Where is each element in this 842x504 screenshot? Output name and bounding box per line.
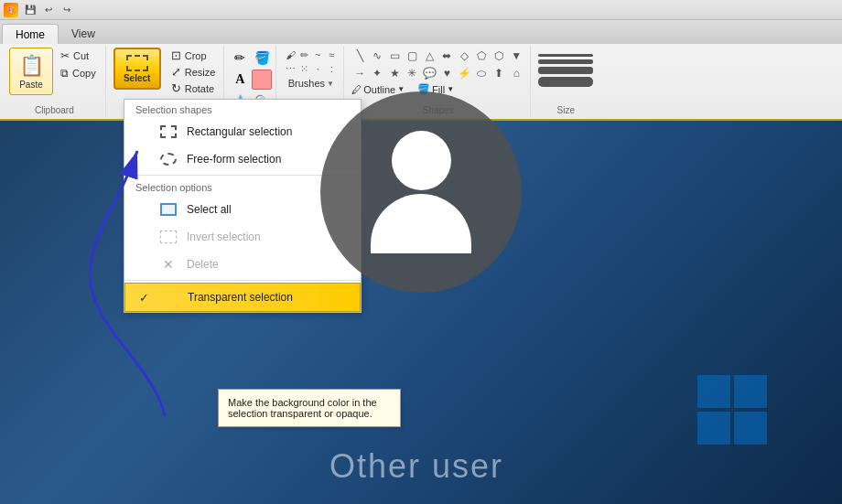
quick-access-toolbar: 💾 ↩ ↪ xyxy=(22,2,75,18)
transparent-selection-label: Transparent selection xyxy=(188,291,293,304)
shape-extra[interactable]: ⌂ xyxy=(508,65,524,81)
resize-label: Resize xyxy=(185,67,216,78)
brush-1: 🖌 xyxy=(284,48,297,61)
size-label: Size xyxy=(533,105,599,115)
fill-tool[interactable]: 🪣 xyxy=(252,48,272,68)
paste-button[interactable]: 📋 Paste xyxy=(9,48,53,95)
cut-button[interactable]: ✂ Cut xyxy=(57,48,100,64)
size-4[interactable] xyxy=(538,77,593,87)
clipboard-group: 📋 Paste ✂ Cut ⧉ Copy xyxy=(4,46,106,117)
shape-arrow-up[interactable]: ⬆ xyxy=(491,65,507,81)
title-bar: 🎨 💾 ↩ ↪ xyxy=(0,0,842,20)
user-silhouette xyxy=(371,131,471,253)
transparent-selection-check: ✓ xyxy=(136,291,151,305)
shape-round-rect[interactable]: ▢ xyxy=(404,48,420,64)
brush-6: ⁙ xyxy=(297,62,310,75)
rectangular-selection-icon xyxy=(159,123,178,141)
freeform-selection-icon xyxy=(159,150,178,168)
resize-icon: ⤢ xyxy=(171,65,181,79)
paint-logo-icon: 🎨 xyxy=(4,3,18,17)
pencil-tool[interactable]: ✏ xyxy=(230,48,250,68)
user-profile-area xyxy=(320,91,522,293)
delete-label: Delete xyxy=(187,258,219,271)
brushes-dropdown-arrow: ▼ xyxy=(327,80,334,88)
shape-line[interactable]: ╲ xyxy=(351,48,368,64)
text-tool[interactable]: A xyxy=(230,70,250,90)
title-bar-left: 🎨 💾 ↩ ↪ xyxy=(4,2,75,18)
shape-more[interactable]: ▼ xyxy=(508,48,524,64)
brushes-label: Brushes xyxy=(288,78,325,89)
size-1[interactable] xyxy=(538,54,593,57)
shape-curve[interactable]: ∿ xyxy=(369,48,385,64)
invert-selection-icon xyxy=(159,228,178,246)
shape-pentagon[interactable]: ⬠ xyxy=(473,48,490,64)
svg-rect-3 xyxy=(734,412,767,445)
shape-heart[interactable]: ♥ xyxy=(438,65,455,81)
svg-rect-0 xyxy=(697,375,730,408)
paste-icon: 📋 xyxy=(19,54,44,78)
select-label: Select xyxy=(124,73,150,83)
shape-ellipse[interactable]: ⬭ xyxy=(473,65,490,81)
shape-star5[interactable]: ★ xyxy=(386,65,403,81)
shape-callout[interactable]: 💬 xyxy=(421,65,437,81)
ribbon-tabs: Home View xyxy=(0,20,842,44)
size-3[interactable] xyxy=(538,67,593,74)
redo-quick-btn[interactable]: ↪ xyxy=(59,2,75,18)
eraser-tool[interactable] xyxy=(252,70,272,90)
rotate-button[interactable]: ↻ Rotate xyxy=(168,80,219,96)
tab-view[interactable]: View xyxy=(59,24,108,44)
size-2[interactable] xyxy=(538,59,593,64)
clipboard-label: Clipboard xyxy=(4,105,105,115)
cut-icon: ✂ xyxy=(60,49,70,62)
delete-icon: ✕ xyxy=(159,255,178,273)
size-group: Size xyxy=(533,46,599,117)
shape-lightning[interactable]: ⚡ xyxy=(456,65,472,81)
crop-button[interactable]: ⊡ Crop xyxy=(168,48,219,63)
user-circle xyxy=(320,91,522,293)
svg-rect-2 xyxy=(697,412,730,445)
tab-home[interactable]: Home xyxy=(2,24,59,44)
brush-5: ⋯ xyxy=(284,62,297,75)
resize-button[interactable]: ⤢ Resize xyxy=(168,64,219,80)
select-all-label: Select all xyxy=(187,203,232,216)
rotate-icon: ↻ xyxy=(171,81,181,95)
brush-3: ~ xyxy=(311,48,324,61)
tooltip-box: Make the background color in the selecti… xyxy=(218,389,401,427)
shapes-grid: ╲ ∿ ▭ ▢ △ ⬌ ◇ ⬠ ⬡ ▼ → ✦ ★ xyxy=(351,48,524,81)
user-head-icon xyxy=(392,131,451,190)
shape-diamond[interactable]: ◇ xyxy=(456,48,472,64)
save-quick-btn[interactable]: 💾 xyxy=(22,2,38,18)
brushes-icons-grid: 🖌 ✏ ~ ≈ ⋯ ⁙ · : xyxy=(284,48,338,75)
shape-star4[interactable]: ✦ xyxy=(369,65,385,81)
copy-icon: ⧉ xyxy=(60,67,69,80)
user-body-icon xyxy=(371,194,471,253)
crop-icon: ⊡ xyxy=(171,48,181,62)
undo-quick-btn[interactable]: ↩ xyxy=(40,2,57,18)
tooltip-text: Make the background color in the selecti… xyxy=(228,397,377,419)
copy-label: Copy xyxy=(72,68,96,79)
shape-rect[interactable]: ▭ xyxy=(386,48,403,64)
brush-8: : xyxy=(325,62,338,75)
shape-arrow[interactable]: ⬌ xyxy=(438,48,455,64)
cut-label: Cut xyxy=(73,50,89,61)
shape-triangle[interactable]: △ xyxy=(421,48,437,64)
brush-2: ✏ xyxy=(297,48,310,61)
image-sub-buttons: ⊡ Crop ⤢ Resize ↻ Rotate xyxy=(167,48,219,96)
brush-4: ≈ xyxy=(325,48,338,61)
select-button[interactable]: Select xyxy=(113,48,161,90)
shape-right-arrow[interactable]: → xyxy=(351,65,368,81)
rectangular-selection-label: Rectangular selection xyxy=(187,125,292,138)
svg-rect-1 xyxy=(734,375,767,408)
transparent-selection-icon xyxy=(160,288,178,306)
freeform-selection-label: Free-form selection xyxy=(187,153,281,166)
clipboard-small-buttons: ✂ Cut ⧉ Copy xyxy=(57,48,100,95)
invert-selection-label: Invert selection xyxy=(187,231,261,243)
select-dashed-icon xyxy=(126,55,148,71)
other-user-text: Other user xyxy=(329,447,503,486)
shape-hexagon[interactable]: ⬡ xyxy=(491,48,507,64)
shape-star6[interactable]: ✳ xyxy=(404,65,420,81)
paste-label: Paste xyxy=(19,80,43,90)
copy-button[interactable]: ⧉ Copy xyxy=(57,65,100,81)
rotate-label: Rotate xyxy=(185,83,214,94)
crop-label: Crop xyxy=(185,50,207,61)
